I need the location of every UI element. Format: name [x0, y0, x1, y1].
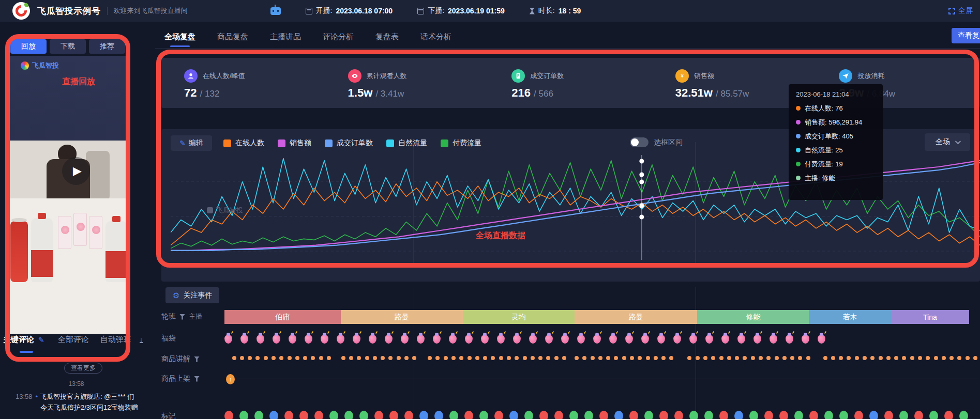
- download-icon[interactable]: ↓: [140, 336, 143, 343]
- legend-item-自然流量[interactable]: 自然流量: [386, 138, 427, 148]
- mark-dot[interactable]: [419, 411, 428, 419]
- mark-dot[interactable]: [374, 411, 383, 419]
- explain-dot[interactable]: [319, 356, 323, 360]
- explain-dot[interactable]: [538, 356, 542, 360]
- explain-dot[interactable]: [397, 356, 401, 360]
- explain-dot[interactable]: [507, 356, 511, 360]
- lucky-bag-icon[interactable]: [481, 335, 489, 344]
- lucky-bag-icon[interactable]: [321, 335, 328, 344]
- lucky-bag-icon[interactable]: [818, 335, 825, 344]
- explain-dot[interactable]: [483, 356, 487, 360]
- lucky-bag-icon[interactable]: [337, 335, 344, 344]
- mark-dot[interactable]: [674, 411, 683, 419]
- lucky-bag-icon[interactable]: [561, 335, 569, 344]
- legend-item-付费流量[interactable]: 付费流量: [441, 138, 481, 148]
- main-tab-话术分析[interactable]: 话术分析: [420, 32, 451, 44]
- shelf-event-marker[interactable]: ↑: [226, 374, 235, 384]
- mark-dot[interactable]: [884, 411, 893, 419]
- explain-dot[interactable]: [554, 356, 559, 360]
- explain-dot[interactable]: [327, 356, 331, 360]
- explain-dot[interactable]: [357, 356, 361, 360]
- explain-dot[interactable]: [475, 356, 479, 360]
- explain-dot[interactable]: [404, 356, 409, 360]
- explain-dot[interactable]: [295, 356, 299, 360]
- lucky-bag-icon[interactable]: [689, 335, 697, 344]
- main-tab-商品复盘[interactable]: 商品复盘: [217, 32, 248, 44]
- explain-dot[interactable]: [719, 356, 723, 360]
- explain-dot[interactable]: [735, 356, 739, 360]
- mark-dot[interactable]: [944, 411, 953, 419]
- mark-dot[interactable]: [239, 411, 248, 419]
- main-tab-复盘表[interactable]: 复盘表: [375, 32, 399, 44]
- lucky-bag-icon[interactable]: [497, 335, 505, 344]
- mark-dot[interactable]: [599, 411, 608, 419]
- mark-dot[interactable]: [734, 411, 743, 419]
- mark-dot[interactable]: [824, 411, 833, 419]
- mark-dot[interactable]: [389, 411, 398, 419]
- explain-dot[interactable]: [831, 356, 835, 360]
- explain-dot[interactable]: [863, 356, 867, 360]
- explain-dot[interactable]: [782, 356, 787, 360]
- lucky-bag-icon[interactable]: [369, 335, 376, 344]
- explain-dot[interactable]: [288, 356, 292, 360]
- mark-dot[interactable]: [524, 411, 533, 419]
- legend-item-在线人数[interactable]: 在线人数: [223, 138, 264, 148]
- filter-funnel-icon[interactable]: [194, 356, 200, 362]
- explain-dot[interactable]: [622, 356, 626, 360]
- filter-funnel-icon[interactable]: [179, 314, 185, 320]
- lucky-bag-icon[interactable]: [721, 335, 729, 344]
- explain-dot[interactable]: [902, 356, 906, 360]
- mark-dot[interactable]: [569, 411, 578, 419]
- explain-dot[interactable]: [934, 356, 938, 360]
- explain-dot[interactable]: [491, 356, 495, 360]
- explain-dot[interactable]: [381, 356, 385, 360]
- explain-dot[interactable]: [412, 356, 416, 360]
- tab-all-comments[interactable]: 全部评论: [58, 335, 89, 345]
- explain-dot[interactable]: [775, 356, 779, 360]
- explain-dot[interactable]: [661, 356, 666, 360]
- mark-dot[interactable]: [254, 411, 263, 419]
- explain-dot[interactable]: [751, 356, 755, 360]
- mark-dot[interactable]: [719, 411, 728, 419]
- explain-dot[interactable]: [232, 356, 236, 360]
- explain-dot[interactable]: [806, 356, 810, 360]
- explain-dot[interactable]: [646, 356, 650, 360]
- sidebar-tab-回放[interactable]: 回放: [10, 39, 47, 54]
- lucky-bag-icon[interactable]: [786, 335, 793, 344]
- legend-item-成交订单数[interactable]: 成交订单数: [325, 138, 373, 148]
- tab-auto-danmu[interactable]: 自动弹幕: [100, 335, 131, 345]
- explain-dot[interactable]: [870, 356, 875, 360]
- sidebar-tab-推荐[interactable]: 推荐: [89, 39, 125, 54]
- explain-dot[interactable]: [687, 356, 691, 360]
- explain-dot[interactable]: [591, 356, 595, 360]
- follow-events-button[interactable]: ⚙ 关注事件: [165, 287, 219, 303]
- mark-dot[interactable]: [689, 411, 698, 419]
- explain-dot[interactable]: [272, 356, 276, 360]
- lucky-bag-icon[interactable]: [417, 335, 425, 344]
- explain-dot[interactable]: [349, 356, 353, 360]
- explain-dot[interactable]: [966, 356, 970, 360]
- mark-dot[interactable]: [749, 411, 758, 419]
- explain-dot[interactable]: [823, 356, 827, 360]
- mark-dot[interactable]: [494, 411, 503, 419]
- lucky-bag-icon[interactable]: [753, 335, 761, 344]
- explain-dot[interactable]: [886, 356, 891, 360]
- legend-item-销售额[interactable]: 销售额: [278, 138, 311, 148]
- mark-dot[interactable]: [959, 411, 968, 419]
- sidebar-tab-下载[interactable]: 下载: [50, 39, 86, 54]
- shift-segment-修能[interactable]: 修能: [697, 310, 809, 324]
- explain-dot[interactable]: [669, 356, 673, 360]
- explain-dot[interactable]: [766, 356, 771, 360]
- mark-dot[interactable]: [629, 411, 638, 419]
- lucky-bag-icon[interactable]: [657, 335, 665, 344]
- lucky-bag-icon[interactable]: [770, 335, 777, 344]
- lucky-bag-icon[interactable]: [673, 335, 681, 344]
- edit-pencil-icon[interactable]: ✎: [38, 336, 44, 344]
- explain-dot[interactable]: [839, 356, 843, 360]
- explain-dot[interactable]: [428, 356, 432, 360]
- explain-dot[interactable]: [435, 356, 440, 360]
- mark-dot[interactable]: [539, 411, 548, 419]
- explain-dot[interactable]: [459, 356, 463, 360]
- explain-dot[interactable]: [240, 356, 244, 360]
- explain-dot[interactable]: [515, 356, 519, 360]
